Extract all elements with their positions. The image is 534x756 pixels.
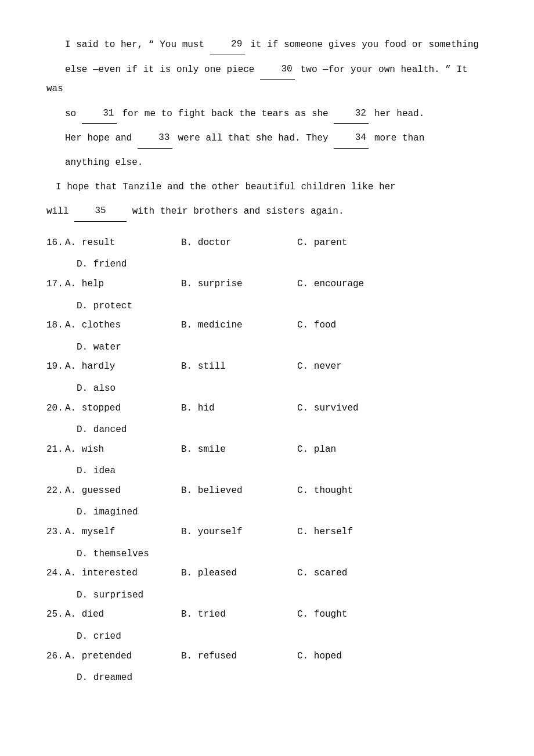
option-d: D. idea xyxy=(77,462,193,481)
option-c: C. fought xyxy=(297,605,413,625)
question-number: 23. xyxy=(46,523,65,542)
question-row-d-20: D. danced xyxy=(46,420,488,440)
question-row-d-23: D. themselves xyxy=(46,545,488,564)
option-d: D. water xyxy=(77,338,193,358)
question-number: 21. xyxy=(46,440,65,460)
question-row-24: 24.A. interestedB. pleasedC. scared xyxy=(46,564,488,584)
option-c: C. survived xyxy=(297,399,413,419)
question-number: 26. xyxy=(46,647,65,667)
text-line2: else —even if it is only one piece xyxy=(65,64,254,75)
option-a: A. died xyxy=(65,605,181,625)
passage-line-5: anything else. xyxy=(46,153,488,173)
option-b: B. tried xyxy=(181,605,297,625)
question-row-16: 16.A. resultB. doctorC. parent xyxy=(46,233,488,253)
option-b: B. hid xyxy=(181,399,297,419)
question-number: 22. xyxy=(46,481,65,501)
question-row-d-19: D. also xyxy=(46,379,488,399)
option-c: C. encourage xyxy=(297,275,413,294)
option-c: C. parent xyxy=(297,233,413,253)
option-c: C. never xyxy=(297,357,413,377)
blank-34: 34 xyxy=(334,128,369,149)
question-list: 16.A. resultB. doctorC. parentD. friend1… xyxy=(46,233,488,688)
question-number: 18. xyxy=(46,316,65,336)
text-line3c: her head. xyxy=(374,109,424,119)
option-b: B. believed xyxy=(181,481,297,501)
question-number: 25. xyxy=(46,605,65,625)
question-row-21: 21.A. wishB. smileC. plan xyxy=(46,440,488,460)
option-a: A. wish xyxy=(65,440,181,460)
question-row-19: 19.A. hardlyB. stillC. never xyxy=(46,357,488,377)
text-line4b: were all that she had. They xyxy=(178,133,328,143)
option-a: A. interested xyxy=(65,564,181,584)
question-number: 16. xyxy=(46,233,65,253)
option-b: B. refused xyxy=(181,647,297,667)
question-number: 20. xyxy=(46,399,65,419)
question-row-d-18: D. water xyxy=(46,338,488,358)
question-row-18: 18.A. clothesB. medicineC. food xyxy=(46,316,488,336)
text-line3b: for me to fight back the tears as she xyxy=(122,109,328,119)
text-line6: I hope that Tanzile and the other beauti… xyxy=(56,182,396,192)
text-line7b: with their brothers and sisters again. xyxy=(132,206,344,217)
option-a: A. hardly xyxy=(65,357,181,377)
question-row-d-22: D. imagined xyxy=(46,503,488,523)
option-d: D. themselves xyxy=(77,545,193,564)
option-d: D. protect xyxy=(77,297,193,316)
question-row-17: 17.A. helpB. surpriseC. encourage xyxy=(46,275,488,294)
text-line4: Her hope and xyxy=(65,133,132,143)
text-line3: so xyxy=(65,109,76,119)
passage-line-2: else —even if it is only one piece 30 tw… xyxy=(46,60,488,99)
option-a: A. help xyxy=(65,275,181,294)
question-row-20: 20.A. stoppedB. hidC. survived xyxy=(46,399,488,419)
option-a: A. stopped xyxy=(65,399,181,419)
option-a: A. pretended xyxy=(65,647,181,667)
question-row-d-24: D. surprised xyxy=(46,586,488,606)
option-c: C. thought xyxy=(297,481,413,501)
option-a: A. clothes xyxy=(65,316,181,336)
question-number: 24. xyxy=(46,564,65,584)
passage-line-3: so 31 for me to fight back the tears as … xyxy=(46,104,488,124)
option-b: B. pleased xyxy=(181,564,297,584)
question-row-25: 25.A. diedB. triedC. fought xyxy=(46,605,488,625)
option-c: C. herself xyxy=(297,523,413,542)
question-row-23: 23.A. myselfB. yourselfC. herself xyxy=(46,523,488,542)
blank-32: 32 xyxy=(334,104,369,124)
text-line5: anything else. xyxy=(65,157,143,168)
option-a: A. myself xyxy=(65,523,181,542)
text-line4c: more than xyxy=(374,133,424,143)
text-line7: will xyxy=(46,206,68,217)
option-b: B. surprise xyxy=(181,275,297,294)
blank-35: 35 xyxy=(74,201,127,222)
option-b: B. doctor xyxy=(181,233,297,253)
option-d: D. imagined xyxy=(77,503,193,523)
option-b: B. smile xyxy=(181,440,297,460)
option-b: B. medicine xyxy=(181,316,297,336)
passage-line-1: I said to her, “ You must 29 it if someo… xyxy=(46,35,488,55)
question-row-d-16: D. friend xyxy=(46,255,488,275)
option-c: C. hoped xyxy=(297,647,413,667)
option-c: C. plan xyxy=(297,440,413,460)
blank-31: 31 xyxy=(82,104,117,124)
passage-line-6: I hope that Tanzile and the other beauti… xyxy=(46,178,488,197)
option-d: D. cried xyxy=(77,627,193,647)
passage: I said to her, “ You must 29 it if someo… xyxy=(46,35,488,222)
option-d: D. dreamed xyxy=(77,668,193,688)
passage-line-7: will 35 with their brothers and sisters … xyxy=(46,201,488,222)
option-b: B. still xyxy=(181,357,297,377)
option-a: A. result xyxy=(65,233,181,253)
option-d: D. also xyxy=(77,379,193,399)
option-d: D. friend xyxy=(77,255,193,275)
question-number: 17. xyxy=(46,275,65,294)
option-c: C. food xyxy=(297,316,413,336)
question-row-22: 22.A. guessedB. believedC. thought xyxy=(46,481,488,501)
question-number: 19. xyxy=(46,357,65,377)
question-row-d-17: D. protect xyxy=(46,297,488,316)
option-d: D. surprised xyxy=(77,586,193,606)
blank-33: 33 xyxy=(138,128,172,149)
text-line1b: it if someone gives you food or somethin… xyxy=(250,39,479,50)
option-c: C. scared xyxy=(297,564,413,584)
option-d: D. danced xyxy=(77,420,193,440)
question-row-d-25: D. cried xyxy=(46,627,488,647)
question-row-26: 26.A. pretendedB. refusedC. hoped xyxy=(46,647,488,667)
passage-line-4: Her hope and 33 were all that she had. T… xyxy=(46,128,488,149)
question-row-d-26: D. dreamed xyxy=(46,668,488,688)
